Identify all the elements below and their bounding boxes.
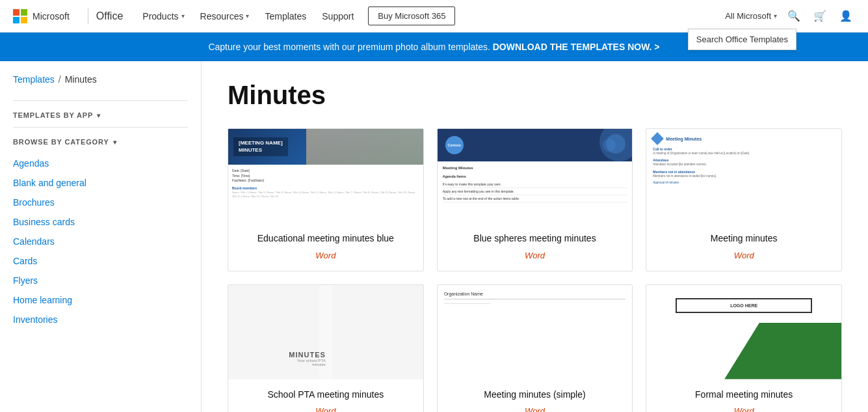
sidebar-item-calendars[interactable]: Calendars bbox=[13, 232, 201, 251]
template-app-pta: Word bbox=[239, 406, 413, 412]
sidebar-item-cards[interactable]: Cards bbox=[13, 251, 201, 271]
breadcrumb-separator: / bbox=[59, 74, 61, 85]
sidebar-item-agendas[interactable]: Agendas bbox=[13, 154, 201, 173]
sidebar-item-flyers[interactable]: Flyers bbox=[13, 271, 201, 290]
template-preview-meeting: Meeting Minutes Call to order A meeting … bbox=[646, 129, 841, 223]
sidebar-divider-1 bbox=[13, 100, 188, 101]
buy-button[interactable]: Buy Microsoft 365 bbox=[368, 7, 455, 25]
chevron-down-icon: ▾ bbox=[181, 12, 185, 20]
template-app-blue: Word bbox=[448, 251, 622, 260]
template-card-body-logo: Formal meeting minutes Word bbox=[646, 379, 841, 412]
template-card-meeting[interactable]: Meeting Minutes Call to order A meeting … bbox=[646, 128, 842, 271]
nav-products[interactable]: Products ▾ bbox=[136, 0, 191, 33]
main-nav: Products ▾ Resources ▾ Templates Support… bbox=[136, 0, 725, 33]
breadcrumb-current: Minutes bbox=[65, 74, 97, 85]
sidebar-item-home-learning[interactable]: Home learning bbox=[13, 290, 201, 310]
search-tooltip: Search Office Templates bbox=[688, 29, 796, 50]
template-title-pta: School PTA meeting minutes bbox=[239, 389, 413, 402]
office-label: Office bbox=[96, 10, 124, 22]
template-card-pta[interactable]: MINUTES Your school PTA minutes School P… bbox=[228, 284, 424, 412]
templates-grid: [MEETING NAME] MINUTES Date: [Date] Time… bbox=[228, 128, 842, 412]
microsoft-label: Microsoft bbox=[33, 11, 70, 21]
header-divider bbox=[88, 8, 88, 24]
sidebar: Templates / Minutes TEMPLATES BY APP ▾ B… bbox=[0, 61, 202, 412]
template-preview-org: Organization Name ———————————————— bbox=[438, 285, 633, 379]
template-preview-edu: [MEETING NAME] MINUTES Date: [Date] Time… bbox=[228, 129, 423, 223]
nav-resources[interactable]: Resources ▾ bbox=[194, 0, 256, 33]
nav-support[interactable]: Support bbox=[315, 0, 360, 33]
ms-logo-container: Microsoft bbox=[13, 9, 70, 23]
chevron-down-icon: ▾ bbox=[97, 112, 101, 119]
template-app-org: Word bbox=[448, 406, 622, 412]
template-card-blue[interactable]: Contoso Meeting Minutes Agenda Items It'… bbox=[437, 128, 633, 271]
breadcrumb: Templates / Minutes bbox=[13, 74, 201, 85]
template-card-body-org: Meeting minutes (simple) Word bbox=[438, 379, 633, 412]
microsoft-logo-icon bbox=[13, 9, 27, 23]
account-button[interactable]: 👤 bbox=[837, 7, 855, 25]
template-preview-pta: MINUTES Your school PTA minutes bbox=[228, 285, 423, 379]
chevron-down-icon: ▾ bbox=[113, 139, 117, 146]
template-app-meeting: Word bbox=[657, 251, 831, 260]
all-microsoft-menu[interactable]: All Microsoft ▾ bbox=[725, 11, 777, 21]
template-card-org[interactable]: Organization Name ———————————————— Meeti… bbox=[437, 284, 633, 412]
template-card-logo[interactable]: LOGO HERE Formal meeting minutes Word bbox=[646, 284, 842, 412]
template-card-body-pta: School PTA meeting minutes Word bbox=[228, 379, 423, 412]
sidebar-item-blank[interactable]: Blank and general bbox=[13, 173, 201, 193]
header: Microsoft Office Products ▾ Resources ▾ … bbox=[0, 0, 868, 33]
template-title-edu: Educational meeting minutes blue bbox=[239, 232, 413, 245]
template-app-edu: Word bbox=[239, 251, 413, 260]
main-content: Minutes [MEETING NAME] MINUTES bbox=[202, 61, 868, 412]
page-title: Minutes bbox=[228, 81, 842, 110]
banner-cta[interactable]: DOWNLOAD THE TEMPLATES NOW. > bbox=[493, 42, 660, 52]
sidebar-item-inventories[interactable]: Inventories bbox=[13, 310, 201, 329]
browse-by-category-section[interactable]: BROWSE BY CATEGORY ▾ bbox=[13, 138, 201, 146]
chevron-down-icon: ▾ bbox=[246, 12, 249, 20]
template-card-body-meeting: Meeting minutes Word bbox=[646, 223, 841, 271]
main-container: Templates / Minutes TEMPLATES BY APP ▾ B… bbox=[0, 61, 868, 412]
template-card-body-blue: Blue spheres meeting minutes Word bbox=[438, 223, 633, 271]
sidebar-divider-2 bbox=[13, 127, 188, 128]
sidebar-item-brochures[interactable]: Brochures bbox=[13, 193, 201, 212]
template-title-org: Meeting minutes (simple) bbox=[448, 389, 622, 402]
nav-templates[interactable]: Templates bbox=[258, 0, 313, 33]
breadcrumb-home[interactable]: Templates bbox=[13, 74, 55, 85]
template-preview-logo: LOGO HERE bbox=[646, 285, 841, 379]
search-button[interactable]: 🔍 bbox=[785, 7, 803, 25]
template-card-edu[interactable]: [MEETING NAME] MINUTES Date: [Date] Time… bbox=[228, 128, 424, 271]
template-title-blue: Blue spheres meeting minutes bbox=[448, 232, 622, 245]
template-app-logo: Word bbox=[657, 406, 831, 412]
cart-button[interactable]: 🛒 bbox=[811, 7, 829, 25]
template-preview-blue: Contoso Meeting Minutes Agenda Items It'… bbox=[438, 129, 633, 223]
template-title-meeting: Meeting minutes bbox=[657, 232, 831, 245]
template-card-body-edu: Educational meeting minutes blue Word bbox=[228, 223, 423, 271]
chevron-down-icon: ▾ bbox=[774, 12, 777, 20]
sidebar-item-business-cards[interactable]: Business cards bbox=[13, 212, 201, 232]
template-title-logo: Formal meeting minutes bbox=[657, 389, 831, 402]
templates-by-app-section[interactable]: TEMPLATES BY APP ▾ bbox=[13, 111, 201, 119]
header-right: All Microsoft ▾ 🔍 🛒 👤 bbox=[725, 7, 855, 25]
